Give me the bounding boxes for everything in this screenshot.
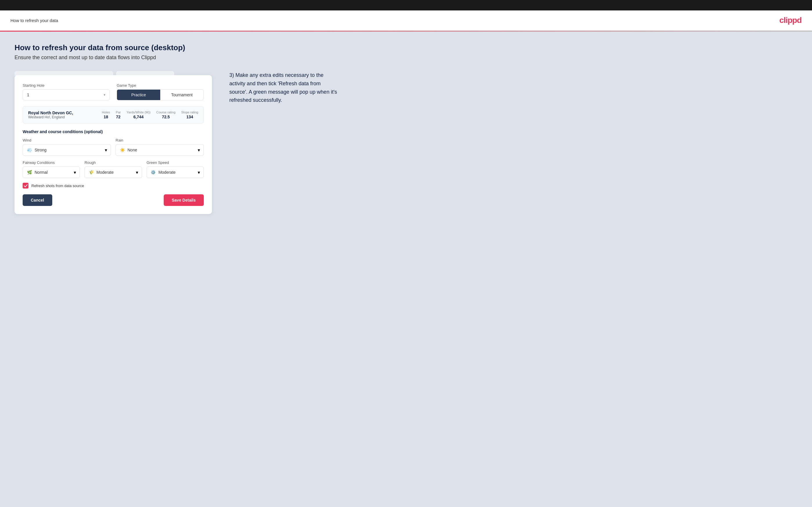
wind-value: Strong: [35, 148, 46, 152]
top-bar: [0, 0, 812, 10]
chevron-down-icon: ▾: [105, 147, 107, 153]
wind-icon: 💨: [27, 147, 32, 153]
header-title: How to refresh your data: [10, 18, 58, 23]
fairway-rough-green-row: Fairway Conditions 🌿 Normal ▾ Rough: [22, 160, 204, 178]
refresh-checkbox[interactable]: [22, 183, 29, 188]
course-name: Royal North Devon GC,: [28, 111, 96, 115]
course-stat-holes: Holes 18: [102, 111, 110, 119]
top-fields: Starting Hole 1 ▾ Game Type Practice Tou…: [22, 83, 204, 100]
page-subheading: Ensure the correct and most up to date d…: [14, 55, 798, 61]
chevron-down-icon: ▾: [136, 170, 138, 175]
course-stat-par: Par 72: [116, 111, 121, 119]
partial-card-1: [14, 71, 113, 76]
rain-value: None: [128, 148, 137, 152]
chevron-down-icon: ▾: [74, 170, 76, 175]
holes-label: Holes: [102, 111, 110, 114]
button-row: Cancel Save Details: [22, 194, 204, 206]
wind-label: Wind: [22, 138, 111, 143]
rain-icon: ☀️: [119, 147, 125, 153]
rough-inner: 🌾 Moderate: [88, 169, 113, 175]
starting-hole-value: 1: [27, 93, 29, 97]
green-speed-dropdown[interactable]: ⚙️ Moderate ▾: [147, 167, 204, 178]
rough-dropdown[interactable]: 🌾 Moderate ▾: [85, 167, 142, 178]
chevron-down-icon: ▾: [198, 147, 200, 153]
tournament-button[interactable]: Tournament: [160, 90, 204, 100]
course-name-block: Royal North Devon GC, Westward Ho!, Engl…: [28, 111, 96, 119]
green-speed-icon: ⚙️: [150, 169, 156, 175]
wind-dropdown[interactable]: 💨 Strong ▾: [22, 144, 111, 156]
starting-hole-field: Starting Hole 1 ▾: [22, 83, 110, 100]
practice-button[interactable]: Practice: [117, 90, 160, 100]
game-type-label: Game Type: [117, 83, 204, 88]
fairway-value: Normal: [35, 170, 48, 175]
course-info-row: Royal North Devon GC, Westward Ho!, Engl…: [22, 106, 204, 123]
fairway-field: Fairway Conditions 🌿 Normal ▾: [22, 160, 80, 178]
course-rating-value: 72.5: [156, 115, 175, 119]
save-details-button[interactable]: Save Details: [164, 194, 204, 206]
chevron-down-icon: ▾: [104, 93, 105, 97]
course-rating-label: Course rating: [156, 111, 175, 114]
yards-label: Yards/White (M)): [126, 111, 150, 114]
par-value: 72: [116, 115, 121, 119]
cancel-button[interactable]: Cancel: [22, 194, 52, 206]
chevron-down-icon: ▾: [198, 170, 200, 175]
course-stat-course-rating: Course rating 72.5: [156, 111, 175, 119]
refresh-checkbox-row: Refresh shots from data source: [22, 183, 204, 188]
wind-inner: 💨 Strong: [27, 147, 46, 153]
par-label: Par: [116, 111, 121, 114]
refresh-checkbox-label: Refresh shots from data source: [31, 184, 84, 188]
conditions-section-title: Weather and course conditions (optional): [22, 129, 204, 134]
starting-hole-label: Starting Hole: [22, 83, 110, 88]
fairway-dropdown[interactable]: 🌿 Normal ▾: [22, 167, 80, 178]
rain-label: Rain: [115, 138, 204, 143]
rain-inner: ☀️ None: [119, 147, 137, 153]
main-card: Starting Hole 1 ▾ Game Type Practice Tou…: [14, 75, 212, 214]
header: How to refresh your data clippd: [0, 10, 812, 31]
main-content: How to refresh your data from source (de…: [0, 32, 812, 507]
yards-value: 6,744: [126, 115, 150, 119]
slope-rating-label: Slope rating: [181, 111, 198, 114]
wind-field: Wind 💨 Strong ▾: [22, 138, 111, 156]
game-type-toggle: Practice Tournament: [117, 89, 204, 100]
page-heading: How to refresh your data from source (de…: [14, 43, 798, 52]
form-container: Starting Hole 1 ▾ Game Type Practice Tou…: [14, 71, 212, 214]
course-location: Westward Ho!, England: [28, 115, 96, 119]
green-speed-value: Moderate: [158, 170, 175, 175]
green-speed-field: Green Speed ⚙️ Moderate ▾: [147, 160, 204, 178]
rough-field: Rough 🌾 Moderate ▾: [85, 160, 142, 178]
checkmark-icon: [24, 184, 28, 188]
logo: clippd: [779, 16, 802, 25]
rough-icon: 🌾: [88, 169, 94, 175]
course-stat-yards: Yards/White (M)) 6,744: [126, 111, 150, 119]
rough-value: Moderate: [96, 170, 113, 175]
game-type-field: Game Type Practice Tournament: [117, 83, 204, 100]
slope-rating-value: 134: [181, 115, 198, 119]
green-speed-label: Green Speed: [147, 160, 204, 165]
rain-dropdown[interactable]: ☀️ None ▾: [115, 144, 204, 156]
holes-value: 18: [102, 115, 110, 119]
fairway-inner: 🌿 Normal: [27, 169, 48, 175]
side-instruction-text: 3) Make any extra edits necessary to the…: [230, 71, 340, 104]
partial-card-2: [116, 71, 174, 76]
fairway-label: Fairway Conditions: [22, 160, 80, 165]
fairway-icon: 🌿: [27, 169, 32, 175]
rain-field: Rain ☀️ None ▾: [115, 138, 204, 156]
wind-rain-row: Wind 💨 Strong ▾ Rain: [22, 138, 204, 156]
content-area: Starting Hole 1 ▾ Game Type Practice Tou…: [14, 71, 798, 214]
starting-hole-select[interactable]: 1 ▾: [22, 89, 110, 100]
rough-label: Rough: [85, 160, 142, 165]
course-stat-slope: Slope rating 134: [181, 111, 198, 119]
green-speed-inner: ⚙️ Moderate: [150, 169, 175, 175]
